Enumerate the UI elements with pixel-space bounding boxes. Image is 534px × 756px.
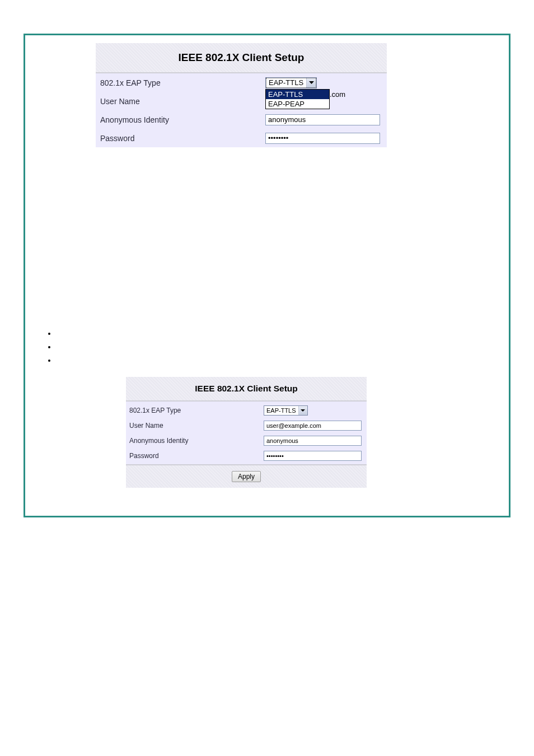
username-peek: .com <box>330 90 345 99</box>
eap-type-select[interactable]: EAP-TTLS <box>265 77 317 88</box>
client-setup-panel-open: IEEE 802.1X Client Setup 802.1x EAP Type… <box>96 43 387 147</box>
form-area: 802.1x EAP Type EAP-TTLS User Name <box>126 402 367 464</box>
row-user-name: User Name <box>126 418 367 433</box>
row-eap-type: 802.1x EAP Type EAP-TTLS EAP-TTLS EAP-PE… <box>96 73 387 92</box>
label-user-name: User Name <box>100 97 265 106</box>
eap-type-selected: EAP-TTLS <box>264 407 298 414</box>
anon-identity-input[interactable] <box>265 114 380 125</box>
eap-type-option-ttls[interactable]: EAP-TTLS <box>266 90 329 99</box>
row-anon-identity: Anonymous Identity <box>126 433 367 448</box>
document-page: IEEE 802.1X Client Setup 802.1x EAP Type… <box>24 34 510 517</box>
eap-type-selected: EAP-TTLS <box>266 78 306 87</box>
list-item <box>57 340 504 353</box>
client-setup-panel-closed: IEEE 802.1X Client Setup 802.1x EAP Type… <box>126 377 367 488</box>
apply-button[interactable]: Apply <box>232 471 261 482</box>
label-anon-identity: Anonymous Identity <box>100 115 265 124</box>
label-anon-identity: Anonymous Identity <box>129 437 264 445</box>
list-item <box>57 326 504 340</box>
user-name-input[interactable] <box>264 421 362 431</box>
row-password: Password <box>126 448 367 463</box>
label-password: Password <box>100 134 265 143</box>
svg-marker-0 <box>309 81 314 84</box>
row-password: Password <box>96 129 387 147</box>
row-anon-identity: Anonymous Identity <box>96 110 387 129</box>
anon-identity-input[interactable] <box>264 436 362 446</box>
list-item <box>57 353 504 367</box>
label-password: Password <box>129 452 264 460</box>
eap-type-select[interactable]: EAP-TTLS <box>264 405 308 416</box>
panel-title: IEEE 802.1X Client Setup <box>126 377 367 402</box>
label-user-name: User Name <box>129 422 264 430</box>
chevron-down-icon[interactable] <box>306 78 316 88</box>
password-input[interactable] <box>264 451 362 461</box>
row-eap-type: 802.1x EAP Type EAP-TTLS <box>126 403 367 418</box>
label-eap-type: 802.1x EAP Type <box>100 78 265 87</box>
eap-type-dropdown[interactable]: EAP-TTLS EAP-PEAP <box>265 89 330 109</box>
form-area: 802.1x EAP Type EAP-TTLS EAP-TTLS EAP-PE… <box>96 73 387 147</box>
eap-type-control: EAP-TTLS EAP-TTLS EAP-PEAP .com <box>265 77 382 88</box>
eap-type-option-peap[interactable]: EAP-PEAP <box>266 99 329 109</box>
bullet-list <box>45 326 504 367</box>
svg-marker-1 <box>301 409 305 412</box>
label-eap-type: 802.1x EAP Type <box>129 407 264 414</box>
password-input[interactable] <box>265 133 380 144</box>
panel-footer: Apply <box>126 464 367 488</box>
chevron-down-icon[interactable] <box>298 406 307 415</box>
panel-title: IEEE 802.1X Client Setup <box>96 43 387 73</box>
